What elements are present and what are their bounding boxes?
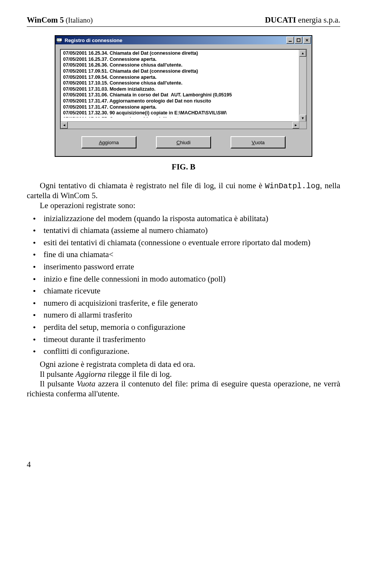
- product-lang: (Italiano): [64, 16, 93, 24]
- svg-rect-1: [57, 41, 61, 42]
- btn-accel: V: [252, 140, 255, 145]
- window-client-area: 07/05/2001 16.25.34. Chiamata del Dat (c…: [55, 44, 312, 156]
- list-item: conflitti di configurazione.: [27, 347, 340, 357]
- intro-paragraph: Ogni tentativo di chiamata è registrato …: [27, 181, 340, 201]
- filename-mono: WinDatpl.log: [265, 182, 320, 191]
- text: Ogni tentativo di chiamata è registrato …: [40, 181, 265, 190]
- list-item: numero di allarmi trasferito: [27, 310, 340, 320]
- app-icon: [56, 37, 62, 43]
- window-titlebar: Registro di connessione: [55, 36, 312, 44]
- button-ref: Aggiorna: [75, 370, 106, 379]
- log-panel: 07/05/2001 16.25.34. Chiamata del Dat (c…: [60, 49, 307, 129]
- closing-p2: Il pulsante Aggiorna rilegge il file di …: [27, 370, 340, 380]
- list-item: numero di acquisizioni trasferite, e fil…: [27, 298, 340, 308]
- btn-label: hiudi: [180, 140, 190, 145]
- operations-list: inizializzazione del modem (quando la ri…: [27, 214, 340, 357]
- minimize-button[interactable]: [286, 37, 294, 44]
- svg-point-3: [59, 39, 60, 41]
- window-title: Registro di connessione: [64, 37, 286, 43]
- btn-accel: A: [99, 140, 102, 145]
- btn-label: ggiorna: [102, 140, 119, 145]
- refresh-button[interactable]: Aggiorna: [81, 136, 136, 148]
- list-item: perdita del setup, memoria o configurazi…: [27, 323, 340, 332]
- list-intro: Le operazioni registrate sono:: [27, 201, 340, 211]
- list-item: tentativi di chiamata (assieme al numero…: [27, 226, 340, 236]
- scroll-down-icon[interactable]: ▼: [299, 115, 306, 122]
- header-right: DUCATI energia s.p.a.: [265, 15, 340, 25]
- close-button[interactable]: [303, 37, 311, 44]
- button-ref: Vuota: [77, 379, 96, 388]
- header-rule: [27, 26, 340, 27]
- vertical-scrollbar[interactable]: ▲ ▼: [299, 50, 306, 122]
- closing-p3: Il pulsante Vuota azzera il contenuto de…: [27, 379, 340, 399]
- scroll-up-icon[interactable]: ▲: [299, 50, 306, 57]
- btn-label: uota: [255, 140, 265, 145]
- clear-button[interactable]: Vuota: [231, 136, 286, 148]
- product-name: WinCom 5: [27, 15, 64, 24]
- svg-rect-4: [289, 41, 292, 42]
- list-item: chiamate ricevute: [27, 286, 340, 296]
- list-item: inserimento password errate: [27, 262, 340, 272]
- list-item: esiti dei tentativi di chiamata (conness…: [27, 238, 340, 248]
- maximize-button[interactable]: [295, 37, 302, 44]
- svg-rect-5: [297, 39, 300, 42]
- body-text: Ogni tentativo di chiamata è registrato …: [27, 181, 340, 399]
- list-item: fine di una chiamata<: [27, 250, 340, 260]
- button-row: Aggiorna Chiudi Vuota: [60, 129, 307, 151]
- list-item: inizializzazione del modem (quando la ri…: [27, 214, 340, 224]
- horizontal-scrollbar[interactable]: ◄ ►: [61, 121, 299, 129]
- company-bold: DUCATI: [265, 15, 296, 24]
- header-left: WinCom 5 (Italiano): [27, 15, 93, 25]
- btn-accel: C: [177, 140, 180, 145]
- close-dialog-button[interactable]: Chiudi: [156, 136, 211, 148]
- company-rest: energia s.p.a.: [296, 15, 340, 24]
- page-header: WinCom 5 (Italiano) DUCATI energia s.p.a…: [27, 15, 340, 25]
- scroll-left-icon[interactable]: ◄: [61, 122, 68, 129]
- svg-point-2: [57, 39, 58, 41]
- closing-p1: Ogni azione è registrata completa di dat…: [27, 360, 340, 370]
- scroll-right-icon[interactable]: ►: [292, 122, 299, 129]
- text: rilegge il file di log.: [106, 370, 172, 379]
- connection-log-window: Registro di connessione 07/05/2001 16.25…: [55, 35, 312, 157]
- list-item: timeout durante il trasferimento: [27, 335, 340, 345]
- list-item: inizio e fine delle connessioni in modo …: [27, 274, 340, 284]
- page-number: 4: [27, 460, 340, 469]
- log-text: 07/05/2001 16.25.34. Chiamata del Dat (c…: [63, 50, 305, 117]
- text: Il pulsante: [40, 379, 77, 388]
- text: Il pulsante: [40, 370, 75, 379]
- scrollbar-corner: [299, 121, 306, 129]
- figure-caption: FIG. B: [27, 162, 340, 172]
